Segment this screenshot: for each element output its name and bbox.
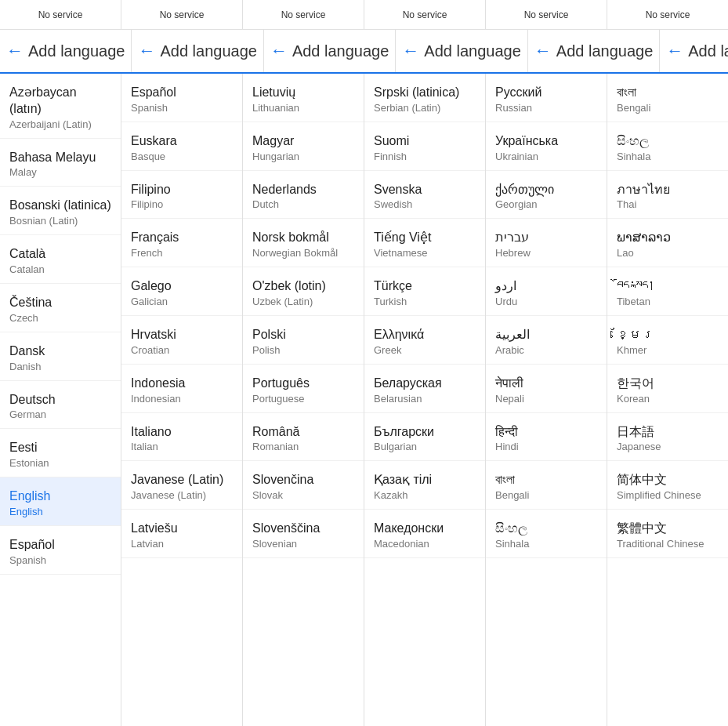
list-item[interactable]: TürkçeTurkish <box>364 267 485 316</box>
header-title: Add language <box>424 42 520 60</box>
list-item[interactable]: ພາສາລາວLao <box>607 219 728 267</box>
list-item[interactable]: العربيةArabic <box>486 316 607 365</box>
lang-name: नेपाली <box>495 376 597 392</box>
list-item[interactable]: עבריתHebrew <box>486 219 607 267</box>
list-item[interactable]: SlovenščinaSlovenian <box>243 510 364 558</box>
list-item[interactable]: EnglishEnglish <box>0 477 121 526</box>
list-item[interactable]: বাংলাBengali <box>607 74 728 122</box>
list-item[interactable]: MagyarHungarian <box>243 122 364 171</box>
list-item[interactable]: বাংলাBengali <box>486 461 607 510</box>
list-item[interactable]: DanskDanish <box>0 332 121 381</box>
list-item[interactable]: EuskaraBasque <box>121 122 242 171</box>
list-item[interactable]: DeutschGerman <box>0 381 121 430</box>
header-title: Add language <box>28 42 125 60</box>
list-item[interactable]: नेपालीNepali <box>486 365 607 413</box>
lang-column-1: EspañolSpanishEuskaraBasqueFilipinoFilip… <box>121 74 243 726</box>
list-item[interactable]: 한국어Korean <box>607 365 728 413</box>
list-item[interactable]: 简体中文Simplified Chinese <box>607 461 728 510</box>
lang-name: Filipino <box>131 182 233 198</box>
lang-name: Nederlands <box>252 182 354 198</box>
lang-native: Dutch <box>252 198 354 210</box>
list-item[interactable]: ქართულიGeorgian <box>486 171 607 220</box>
list-item[interactable]: Bahasa MelayuMalay <box>0 139 121 187</box>
lang-name: ภาษาไทย <box>617 182 719 198</box>
list-item[interactable]: IndonesiaIndonesian <box>121 365 242 413</box>
lang-native: Latvian <box>131 538 233 550</box>
status-segment-4: No service <box>486 0 607 29</box>
list-item[interactable]: EspañolSpanish <box>121 74 242 122</box>
lang-name: Euskara <box>131 133 233 150</box>
list-item[interactable]: EestiEstonian <box>0 429 121 477</box>
list-item[interactable]: བོད་སྐད།Tibetan <box>607 267 728 316</box>
list-item[interactable]: LatviešuLatvian <box>121 510 242 558</box>
list-item[interactable]: Azərbaycan (latın)Azerbaijani (Latin) <box>0 74 121 139</box>
lang-name: 繁體中文 <box>617 521 719 537</box>
header-segment-5: ←Add language <box>660 30 728 72</box>
list-item[interactable]: РусскийRussian <box>486 74 607 122</box>
list-item[interactable]: УкраїнськаUkrainian <box>486 122 607 171</box>
list-item[interactable]: हिन्दीHindi <box>486 413 607 462</box>
lang-native: Filipino <box>131 198 233 210</box>
lang-name: Español <box>9 537 111 554</box>
back-arrow-icon[interactable]: ← <box>534 41 552 61</box>
lang-name: اردو <box>495 278 597 295</box>
list-item[interactable]: Srpski (latinica)Serbian (Latin) <box>364 74 485 122</box>
list-item[interactable]: 繁體中文Traditional Chinese <box>607 510 728 558</box>
header-segment-2: ←Add language <box>264 30 396 72</box>
list-item[interactable]: ČeštinaCzech <box>0 284 121 332</box>
list-item[interactable]: HrvatskiCroatian <box>121 316 242 365</box>
list-item[interactable]: EspañolSpanish <box>0 526 121 575</box>
list-item[interactable]: SvenskaSwedish <box>364 171 485 220</box>
lang-name: Azərbaycan (latın) <box>9 85 111 118</box>
list-item[interactable]: GalegoGalician <box>121 267 242 316</box>
list-item[interactable]: МакедонскиMacedonian <box>364 510 485 558</box>
back-arrow-icon[interactable]: ← <box>138 41 155 61</box>
lang-native: Estonian <box>9 457 111 469</box>
list-item[interactable]: БеларускаяBelarusian <box>364 365 485 413</box>
lang-native: Greek <box>374 344 476 356</box>
list-item[interactable]: 日本語Japanese <box>607 413 728 462</box>
list-item[interactable]: සිංහලSinhala <box>486 510 607 558</box>
back-arrow-icon[interactable]: ← <box>666 41 683 61</box>
lang-name: Srpski (latinica) <box>374 85 476 101</box>
back-arrow-icon[interactable]: ← <box>270 41 288 61</box>
list-item[interactable]: SuomiFinnish <box>364 122 485 171</box>
list-item[interactable]: ខ្មែរKhmer <box>607 316 728 365</box>
list-item[interactable]: NederlandsDutch <box>243 171 364 220</box>
back-arrow-icon[interactable]: ← <box>402 41 419 61</box>
status-segment-0: No service <box>0 0 121 29</box>
lang-native: Portuguese <box>252 393 354 405</box>
lang-native: German <box>9 408 111 420</box>
list-item[interactable]: PolskiPolish <box>243 316 364 365</box>
lang-native: Lithuanian <box>252 102 354 114</box>
lang-native: Danish <box>9 361 111 372</box>
list-item[interactable]: FrançaisFrench <box>121 219 242 267</box>
lang-name: Български <box>374 424 476 441</box>
list-item[interactable]: ItalianoItalian <box>121 413 242 462</box>
list-item[interactable]: Norsk bokmålNorwegian Bokmål <box>243 219 364 267</box>
lang-name: Ελληνικά <box>374 327 476 343</box>
list-item[interactable]: Қазақ тіліKazakh <box>364 461 485 510</box>
list-item[interactable]: ΕλληνικάGreek <box>364 316 485 365</box>
list-item[interactable]: БългарскиBulgarian <box>364 413 485 462</box>
list-item[interactable]: اردوUrdu <box>486 267 607 316</box>
list-item[interactable]: O'zbek (lotin)Uzbek (Latin) <box>243 267 364 316</box>
back-arrow-icon[interactable]: ← <box>6 41 24 61</box>
list-item[interactable]: Javanese (Latin)Javanese (Latin) <box>121 461 242 510</box>
list-item[interactable]: Bosanski (latinica)Bosnian (Latin) <box>0 187 121 235</box>
list-item[interactable]: CatalàCatalan <box>0 235 121 284</box>
list-item[interactable]: ภาษาไทยThai <box>607 171 728 220</box>
list-item[interactable]: FilipinoFilipino <box>121 171 242 220</box>
lang-native: English <box>9 506 111 517</box>
list-item[interactable]: Tiếng ViệtVietnamese <box>364 219 485 267</box>
list-item[interactable]: සිංහලSinhala <box>607 122 728 171</box>
status-segment-3: No service <box>364 0 486 29</box>
list-item[interactable]: RomânăRomanian <box>243 413 364 462</box>
lang-native: Ukrainian <box>495 151 597 162</box>
lang-name: Hrvatski <box>131 327 233 343</box>
list-item[interactable]: PortuguêsPortuguese <box>243 365 364 413</box>
lang-name: O'zbek (lotin) <box>252 278 354 295</box>
list-item[interactable]: SlovenčinaSlovak <box>243 461 364 510</box>
list-item[interactable]: LietuviųLithuanian <box>243 74 364 122</box>
status-segment-5: No service <box>607 0 728 29</box>
